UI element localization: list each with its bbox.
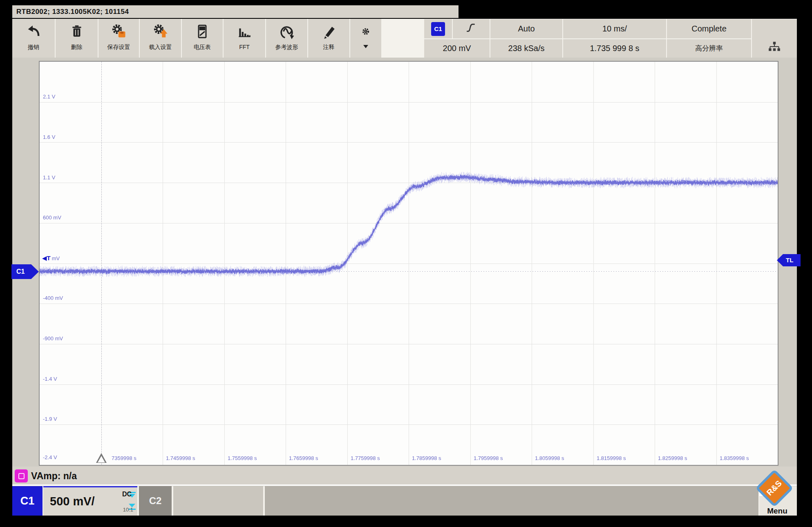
- channel-bar-panel: [265, 486, 758, 516]
- trigger-source-chip: C1: [431, 22, 445, 36]
- y-axis-label: 600 mV: [43, 214, 61, 221]
- channel1-button[interactable]: C1: [12, 486, 43, 516]
- y-axis-label: -2.4 V: [43, 454, 57, 460]
- x-axis-label: 1.7959998 s: [474, 455, 503, 461]
- delete-button[interactable]: 删除: [56, 19, 98, 58]
- measurement-result: VAmp: n/a: [31, 467, 77, 485]
- x-axis-label: 1.8259998 s: [658, 455, 687, 461]
- more-options-button[interactable]: [350, 19, 381, 58]
- chevron-down-icon: [363, 45, 368, 48]
- fft-button[interactable]: FFT: [224, 19, 265, 58]
- channel1-settings-panel[interactable]: 500 mV/ DC 10:1: [43, 486, 137, 516]
- trigger-level-value: 200 mV: [443, 44, 471, 53]
- trash-icon: [69, 19, 85, 44]
- reference-waveform-button[interactable]: 参考波形: [266, 19, 307, 58]
- menu-label: Menu: [757, 507, 798, 516]
- annotate-button[interactable]: 注释: [308, 19, 349, 58]
- waveform-canvas[interactable]: [40, 62, 778, 465]
- window-title-bar: RTB2002; 1333.1005K02; 101154: [12, 5, 459, 18]
- voltmeter-icon: [195, 19, 210, 44]
- rising-edge-icon: [466, 22, 476, 35]
- trigger-mode-value: Auto: [518, 24, 535, 33]
- channel1-coupling: DC: [122, 491, 132, 498]
- trigger-mode-cell[interactable]: Auto: [490, 19, 562, 38]
- x-axis-label: 1.8159998 s: [597, 455, 626, 461]
- horizontal-position-cell[interactable]: 1.735 999 8 s: [563, 39, 666, 58]
- acquisition-state-cell[interactable]: Complete: [667, 19, 751, 38]
- undo-label: 撤销: [28, 44, 39, 50]
- fft-icon: [236, 19, 253, 44]
- timebase-value: 10 ms/: [602, 24, 627, 33]
- x-axis-label: 1.7459998 s: [166, 455, 195, 461]
- trigger-position-marker[interactable]: [96, 453, 107, 463]
- annotate-icon: [321, 19, 337, 44]
- measurement-source-icon: [18, 473, 25, 479]
- graticule: 2.1 V 1.6 V 1.1 V 600 mV ◀TmV -400 mV -9…: [39, 61, 778, 466]
- reference-waveform-icon: [278, 19, 295, 44]
- voltmeter-label: 电压表: [194, 44, 211, 50]
- rohde-schwarz-logo-icon[interactable]: R&S: [755, 469, 794, 509]
- more-options-icon: [360, 19, 371, 44]
- voltmeter-button[interactable]: 电压表: [182, 19, 223, 58]
- trigger-level-cell[interactable]: 200 mV: [424, 39, 490, 58]
- x-axis-label: 7359998 s: [112, 455, 136, 461]
- y-axis-label: mV: [52, 255, 60, 261]
- y-axis-label: -1.9 V: [43, 416, 57, 422]
- oscilloscope-screen: RTB2002; 1333.1005K02; 101154 撤销 删除 保存设置…: [0, 0, 812, 527]
- measurement-source-chip[interactable]: [15, 469, 28, 482]
- y-axis-label: 1.6 V: [43, 134, 55, 140]
- x-axis-label: 1.7759998 s: [351, 455, 380, 461]
- fft-label: FFT: [239, 44, 250, 50]
- x-axis-label: 1.7659998 s: [289, 455, 318, 461]
- reference-waveform-label: 参考波形: [275, 44, 298, 50]
- delete-label: 删除: [71, 44, 83, 50]
- channel-bar-panel: [173, 486, 263, 516]
- save-settings-button[interactable]: 保存设置: [98, 19, 139, 58]
- load-settings-button[interactable]: 载入设置: [140, 19, 181, 58]
- undo-button[interactable]: 撤销: [12, 19, 55, 58]
- y-axis-label: 1.1 V: [43, 174, 55, 181]
- y-axis-label: -400 mV: [43, 295, 63, 301]
- save-settings-label: 保存设置: [107, 44, 130, 50]
- sample-rate-value: 238 kSa/s: [508, 44, 545, 53]
- undo-icon: [25, 19, 42, 44]
- annotate-label: 注释: [323, 44, 335, 50]
- trigger-slope-cell[interactable]: [453, 19, 490, 38]
- network-tree-icon: [768, 41, 781, 54]
- timebase-cell[interactable]: 10 ms/: [563, 19, 666, 38]
- y-axis-label: 2.1 V: [43, 94, 55, 100]
- trigger-time-marker[interactable]: ◀TmV: [42, 255, 60, 262]
- y-axis-label: -1.4 V: [43, 376, 57, 382]
- acquisition-mode-cell[interactable]: 高分辨率: [667, 39, 751, 58]
- horizontal-position-value: 1.735 999 8 s: [590, 44, 639, 53]
- load-settings-label: 载入设置: [149, 44, 172, 50]
- sample-rate-cell[interactable]: 238 kSa/s: [490, 39, 562, 58]
- x-axis-label: 1.7859998 s: [412, 455, 441, 461]
- channel1-probe-ratio: 10:1: [123, 507, 133, 513]
- channel1-scale: 500 mV/: [50, 487, 95, 516]
- channel2-button[interactable]: C2: [139, 486, 172, 516]
- x-axis-label: 1.7559998 s: [228, 455, 257, 461]
- trigger-source-cell[interactable]: C1: [424, 19, 452, 38]
- x-axis-label: 1.8359998 s: [720, 455, 749, 461]
- network-status-cell[interactable]: [752, 19, 797, 58]
- divider: [12, 485, 797, 486]
- save-settings-icon: [111, 19, 127, 44]
- acquisition-state-value: Complete: [691, 24, 727, 33]
- x-axis-label: 1.8059998 s: [535, 455, 564, 461]
- acquisition-mode-value: 高分辨率: [695, 44, 723, 53]
- load-settings-icon: [152, 19, 169, 44]
- y-axis-label: -900 mV: [43, 335, 63, 342]
- measurement-strip: VAmp: n/a: [12, 467, 797, 485]
